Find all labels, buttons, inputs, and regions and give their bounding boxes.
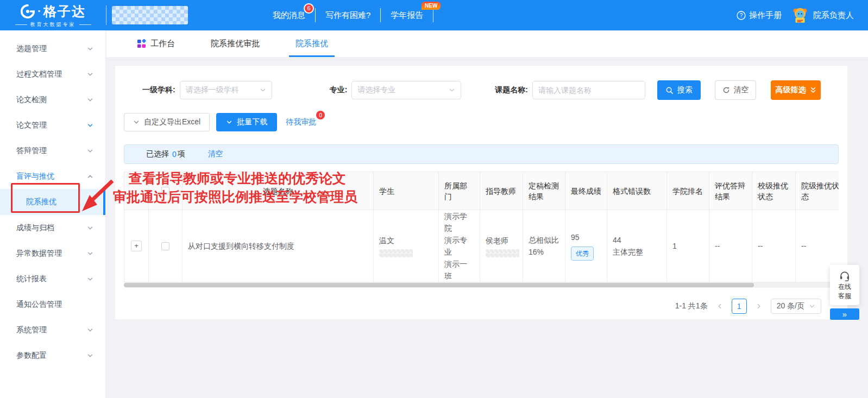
selected-suffix: 项 [178,149,185,159]
service-label-line1: 在线 [838,283,851,291]
chevron-down-icon [87,250,93,257]
chevron-down-icon [87,352,93,359]
table-row: + 从对口支援到横向转移支付制度 温文 演示学院 演示专业 演示一班 [124,210,839,282]
expand-row-button[interactable]: + [131,241,142,251]
export-excel-label: 自定义导出Excel [144,117,200,127]
selected-count: 0 [172,150,177,159]
sidebar-item-paper-check[interactable]: 论文检测 [0,87,105,112]
chevron-up-icon [87,173,93,180]
column-header-check-result: 定稿检测结果 [523,172,565,210]
user-role[interactable]: 院系负责人 [791,7,854,24]
nav-writing-help[interactable]: 写作有困难? [316,10,380,21]
column-header-title: 选题名称 [183,172,374,210]
batch-download-button[interactable]: 批量下载 [216,113,277,131]
logo: · 格子达 教育大数据专家 [0,3,106,28]
sidebar-item-system-management[interactable]: 系统管理 [0,317,105,343]
tab-approve-label: 院系推优审批 [211,39,260,49]
nav-year-report[interactable]: 学年报告 NEW [381,10,433,21]
column-header-student: 学生 [374,172,439,210]
page-size-value: 20 条/页 [777,301,804,311]
column-header-defense-result: 评优答辩结果 [709,172,752,210]
service-expand-button[interactable]: » [830,308,859,320]
column-header-final-score: 最终成绩 [565,172,607,210]
sidebar-item-statistics-reports[interactable]: 统计报表 [0,266,105,292]
pending-approval-label: 待我审批 [286,117,316,126]
subject-select-placeholder: 请选择一级学科 [186,85,255,95]
sidebar-item-paper-management[interactable]: 论文管理 [0,112,105,138]
teacher-id-blurred [486,249,519,257]
chevron-down-icon [87,71,93,78]
sidebar-item-label: 过程文档管理 [16,70,62,79]
export-excel-button[interactable]: 自定义导出Excel [124,113,210,131]
tab-workbench[interactable]: 工作台 [130,39,181,57]
manual-link[interactable]: ? 操作手册 [737,10,782,21]
column-header-college-status: 院级推优状态 [796,172,839,210]
sidebar-item-parameter-config[interactable]: 参数配置 [0,343,105,368]
select-all-checkbox[interactable] [161,187,169,195]
tab-promote-label: 院系推优 [295,39,328,49]
sidebar-item-notice-management[interactable]: 通知公告管理 [0,292,105,317]
column-header-college-rank: 学院排名 [667,172,709,210]
sidebar-item-topic-management[interactable]: 选题管理 [0,36,105,61]
sidebar-item-dept-promotion-active[interactable]: 院系推优 [0,189,105,215]
major-select[interactable]: 请选择专业 [351,81,461,99]
chevron-right-icon [756,303,762,309]
student-name: 温文 [379,235,433,247]
sidebar-item-process-docs[interactable]: 过程文档管理 [0,61,105,87]
advanced-filter-button[interactable]: 高级筛选 [771,80,821,100]
chevron-down-icon [87,46,93,52]
next-page-button[interactable] [754,301,763,311]
row-checkbox[interactable] [161,242,169,250]
major-select-placeholder: 请选择专业 [357,85,444,95]
selected-prefix: 已选择 [146,149,169,159]
refresh-icon [722,86,730,94]
page-number-1[interactable]: 1 [732,299,747,314]
logo-tagline: 教育大数据专家 [30,21,76,28]
format-error-count: 44 [613,234,661,246]
sidebar-item-label: 异常数据管理 [16,249,62,258]
check-result-label: 总相似比 [529,234,559,246]
content-card: 一级学科: 请选择一级学科 专业: 请选择专业 课题名称: 搜索 清空 高级筛选 [115,66,847,319]
sidebar-item-defense-management[interactable]: 答辩管理 [0,138,105,163]
nav-my-messages[interactable]: 我的消息 6 [263,10,315,21]
sidebar-item-abnormal-data[interactable]: 异常数据管理 [0,241,105,266]
online-service-widget[interactable]: 在线 客服 [830,265,859,305]
chevron-down-icon [449,87,455,93]
cell-defense-result: -- [709,210,752,282]
subject-select[interactable]: 请选择一级学科 [180,81,272,99]
main-content: 一级学科: 请选择一级学科 专业: 请选择专业 课题名称: 搜索 清空 高级筛选 [106,57,868,398]
clear-filters-button[interactable]: 清空 [715,80,756,100]
chevron-down-icon [260,87,266,93]
dept-major: 演示专业 [444,234,474,258]
pagination: 1-1 共1条 1 20 条/页 [124,299,839,314]
sidebar-item-grades-archive[interactable]: 成绩与归档 [0,215,105,241]
sidebar-item-label: 论文检测 [16,95,47,105]
horizontal-scrollbar[interactable] [124,282,839,288]
cell-title: 从对口支援到横向转移支付制度 [183,210,374,282]
page-size-select[interactable]: 20 条/页 [771,299,821,314]
tab-dept-promotion-approve[interactable]: 院系推优审批 [204,39,266,57]
chevron-down-icon [809,303,815,309]
cell-college-rank: 1 [667,210,709,282]
prev-page-button[interactable] [715,301,724,311]
cell-final-score: 95 优秀 [565,210,607,282]
pending-count-badge: 0 [316,111,325,119]
school-name-blurred [112,6,188,24]
header-divider [106,5,106,25]
search-button-label: 搜索 [677,85,693,95]
sidebar-item-label: 盲评与推优 [16,172,54,181]
pending-approval-link[interactable]: 待我审批 0 [286,117,316,127]
sidebar-item-blind-review-promotion[interactable]: 盲评与推优 [0,163,105,189]
clear-selection-link[interactable]: 清空 [208,149,223,159]
cell-check-result: 总相似比 16% [523,210,565,282]
subject-filter-label: 一级学科: [142,85,175,95]
search-button[interactable]: 搜索 [657,80,701,100]
tab-dept-promotion[interactable]: 院系推优 [289,39,335,57]
sidebar-item-label: 答辩管理 [16,146,47,156]
column-header-school-status: 校级推优状态 [752,172,796,210]
sidebar-item-label: 统计报表 [16,274,47,284]
scrollbar-thumb[interactable] [124,283,754,287]
manual-label: 操作手册 [749,10,782,21]
topic-name-input[interactable] [532,81,645,99]
dept-college: 演示学院 [444,210,474,234]
